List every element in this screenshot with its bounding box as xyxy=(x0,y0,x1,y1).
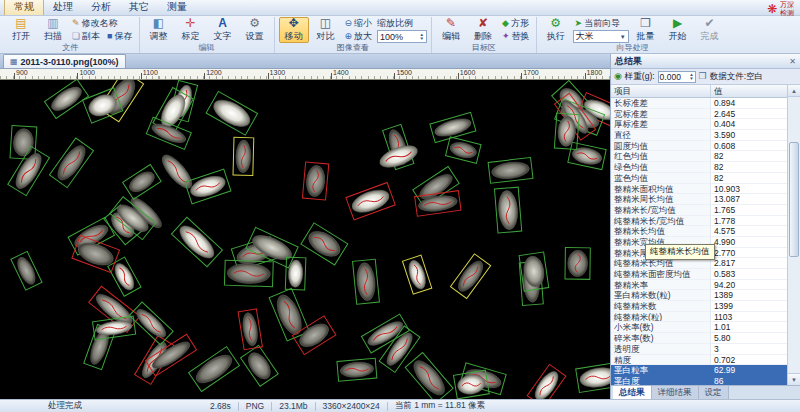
menu-tab-other[interactable]: 其它 xyxy=(120,0,158,15)
result-item-value: 1.765 xyxy=(711,205,787,216)
scroll-down-icon[interactable]: ▼ xyxy=(788,373,800,385)
result-item-label: 整精米面积均值 xyxy=(611,184,711,195)
finish-label: 完成 xyxy=(701,30,719,43)
zoom-spinner-icon[interactable]: ▲▼ xyxy=(420,33,424,41)
result-row[interactable]: 精度0.702 xyxy=(611,355,787,366)
gear-icon: ⚙ xyxy=(249,17,260,30)
zoom-out-button[interactable]: ⊖ 缩小 xyxy=(343,17,375,30)
group-label-target: 目标区 xyxy=(436,43,532,53)
sample-icon[interactable]: ◉ xyxy=(614,72,622,81)
batch-button[interactable]: ❒ 批量 xyxy=(631,17,661,43)
result-row[interactable]: 红色均值82 xyxy=(611,151,787,162)
result-row[interactable]: 碎米率(数)5.80 xyxy=(611,333,787,344)
result-row[interactable]: 垩白粒率62.99 xyxy=(611,365,787,376)
batch-label: 批量 xyxy=(637,30,655,43)
image-file-icon: ▦ xyxy=(10,57,18,66)
start-button[interactable]: ▶ 开始 xyxy=(663,17,693,43)
result-row[interactable]: 直径3.590 xyxy=(611,130,787,141)
calibrate-cross-icon: ✛ xyxy=(185,17,195,30)
ribbon-group-wizard: ⚙ 执行 ➤ 当前向导 大米 ▼ ❒ 批量 xyxy=(536,17,729,53)
result-row[interactable]: 垩白度86 xyxy=(611,376,787,385)
zoom-in-button[interactable]: ⊕ 放大 xyxy=(343,30,375,43)
replace-button[interactable]: ✦ 替换 xyxy=(500,30,532,43)
result-row[interactable]: 纯整精米数1399 xyxy=(611,301,787,312)
save-button[interactable]: ■ 保存 xyxy=(105,30,134,43)
result-row[interactable]: 小米率(数)1.01 xyxy=(611,322,787,333)
tab-detail-results[interactable]: 详细结果 xyxy=(652,386,699,399)
menu-tab-measure[interactable]: 测量 xyxy=(158,0,196,15)
data-file-icon[interactable]: ❐ xyxy=(699,72,707,81)
menu-tab-general[interactable]: 常规 xyxy=(4,0,44,15)
weight-spinner-icon[interactable]: ▲▼ xyxy=(689,73,693,81)
tab-settings[interactable]: 设定 xyxy=(699,386,729,399)
panel-close-icon[interactable]: ✕ xyxy=(789,57,796,66)
settings-button[interactable]: ⚙ 设置 xyxy=(240,17,270,43)
copy-button[interactable]: ❏ 副本 xyxy=(70,30,102,43)
column-header-item[interactable]: 项目 xyxy=(611,85,711,97)
scroll-up-icon[interactable]: ▲ xyxy=(788,85,800,97)
result-row[interactable]: 宽标准差2.645 xyxy=(611,109,787,120)
text-button[interactable]: A 文字 xyxy=(208,17,238,43)
ruler-tick xyxy=(141,73,142,79)
result-row[interactable]: 圆度均值0.608 xyxy=(611,141,787,152)
result-item-label: 垩白精米数(粒) xyxy=(611,290,711,301)
datafile-label: 数据文件:空白 xyxy=(710,71,763,83)
adjust-button[interactable]: ◧ 调整 xyxy=(144,17,174,43)
result-row[interactable]: 整精米面积均值10.903 xyxy=(611,184,787,195)
result-row[interactable]: 垩白精米数(粒)1389 xyxy=(611,290,787,301)
result-row[interactable]: 长标准差0.894 xyxy=(611,98,787,109)
result-item-value: 3.590 xyxy=(711,130,787,141)
result-row[interactable]: 蓝色均值82 xyxy=(611,173,787,184)
result-row[interactable]: 整精米率94.20 xyxy=(611,280,787,291)
result-row[interactable]: 纯整精米长/宽均值1.778 xyxy=(611,216,787,227)
square-toggle[interactable]: ◆ 方形 xyxy=(500,17,532,30)
calibrate-label: 标定 xyxy=(182,30,200,43)
move-button[interactable]: ✥ 移动 xyxy=(279,17,309,43)
result-row[interactable]: 透明度3 xyxy=(611,344,787,355)
current-wizard-select[interactable]: 大米 ▼ xyxy=(573,30,629,43)
zoom-ratio-select[interactable]: 100% ▲▼ xyxy=(377,30,427,43)
result-row[interactable]: 纯整精米面密度均值0.583 xyxy=(611,269,787,280)
result-item-label: 透明度 xyxy=(611,344,711,355)
result-row[interactable]: 厚标准差0.404 xyxy=(611,119,787,130)
result-item-label: 整精米长均值 xyxy=(611,226,711,237)
ribbon-group-file: ▤ 打开 ▥ 扫描 ✎ 修改名称 ❏ 副本 xyxy=(2,17,139,53)
status-time: 2.68s xyxy=(210,401,231,411)
menu-tab-process[interactable]: 处理 xyxy=(44,0,82,15)
result-row[interactable]: 纯整精米(粒)1103 xyxy=(611,312,787,323)
finish-button[interactable]: ✔ 完成 xyxy=(695,17,725,43)
target-delete-button[interactable]: ✘ 删除 xyxy=(468,17,498,43)
result-row[interactable]: 绿色均值82 xyxy=(611,162,787,173)
open-button[interactable]: ▤ 打开 xyxy=(6,17,36,43)
run-label: 执行 xyxy=(547,30,565,43)
ruler-tick-label: 900 xyxy=(16,69,28,76)
result-item-label: 纯整精米(粒) xyxy=(611,312,711,323)
run-button[interactable]: ⚙ 执行 xyxy=(541,17,571,43)
result-row[interactable]: 整精米长/宽均值1.765 xyxy=(611,205,787,216)
scan-button[interactable]: ▥ 扫描 xyxy=(38,17,68,43)
result-row[interactable]: 整精米周长均值13.087 xyxy=(611,194,787,205)
result-item-value: 3 xyxy=(711,344,787,355)
compare-label: 对比 xyxy=(317,30,335,43)
scan-label: 扫描 xyxy=(44,30,62,43)
column-header-value[interactable]: 值 xyxy=(711,85,787,97)
edit-pencil-icon: ✎ xyxy=(446,17,456,30)
result-row[interactable]: 整精米长均值4.575 xyxy=(611,226,787,237)
document-tab[interactable]: ▦ 2011-3-0110.png(100%) xyxy=(3,54,126,68)
compare-button[interactable]: ◫ 对比 xyxy=(311,17,341,43)
rename-button[interactable]: ✎ 修改名称 xyxy=(70,17,135,30)
target-delete-label: 删除 xyxy=(474,30,492,43)
tab-total-results[interactable]: 总结果 xyxy=(613,386,652,399)
ruler-tick xyxy=(204,73,205,79)
status-format: PNG xyxy=(246,401,264,411)
vertical-scrollbar[interactable]: ▲ ▼ xyxy=(787,85,800,385)
scrollbar-thumb[interactable] xyxy=(789,142,799,257)
ribbon-group-target: ✎ 编辑 ✘ 删除 ◆ 方形 ✦ 替换 xyxy=(431,17,536,53)
save-disk-icon: ■ xyxy=(107,32,112,41)
result-item-value: 1399 xyxy=(711,301,787,312)
target-edit-button[interactable]: ✎ 编辑 xyxy=(436,17,466,43)
menu-tab-analysis[interactable]: 分析 xyxy=(82,0,120,15)
image-viewport[interactable] xyxy=(0,80,610,399)
weight-input[interactable]: 0.000 ▲▼ xyxy=(658,71,696,83)
calibrate-button[interactable]: ✛ 标定 xyxy=(176,17,206,43)
